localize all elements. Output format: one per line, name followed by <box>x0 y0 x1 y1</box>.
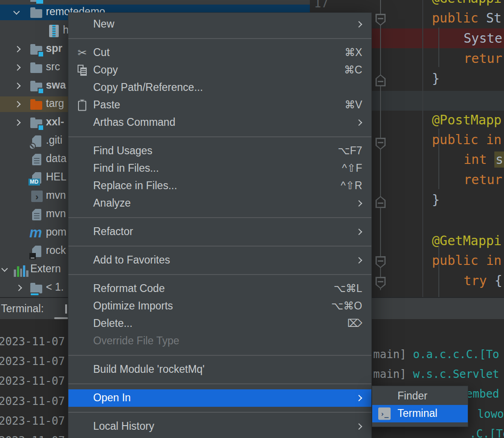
maven-file-icon: m <box>29 226 42 239</box>
tree-item-label: src <box>46 61 60 73</box>
menu-item-analyze[interactable]: Analyze <box>68 195 371 212</box>
menu-item-open-in[interactable]: Open In <box>68 389 371 407</box>
ignored-file-icon <box>32 135 41 147</box>
menu-item-cut[interactable]: ✂ Cut⌘X <box>68 44 371 62</box>
terminal-icon: ›_ <box>378 408 391 420</box>
code-line: retur <box>464 49 502 69</box>
module-file-icon <box>32 246 41 257</box>
chevron-down-icon[interactable] <box>1 265 8 272</box>
submenu-arrow-icon <box>356 257 362 264</box>
menu-separator <box>68 212 371 223</box>
code-line: public in <box>432 251 502 271</box>
submenu-arrow-icon <box>356 21 362 28</box>
submenu-arrow-icon <box>356 119 362 126</box>
chevron-right-icon[interactable] <box>14 119 21 126</box>
ide-window: remotedemo h spr src swa targ <box>0 0 504 438</box>
chevron-right-icon[interactable] <box>14 46 21 52</box>
shell-script-icon: › <box>31 191 43 202</box>
terminal-title: Terminal: <box>1 303 44 315</box>
menu-item-add-to-favorites[interactable]: Add to Favorites <box>68 252 371 269</box>
paste-icon <box>75 100 89 111</box>
terminal-tab-fragment[interactable] <box>65 304 67 314</box>
submenu-arrow-icon <box>356 200 362 207</box>
tree-item-label: .giti <box>46 134 62 146</box>
tree-item-label: xxl- <box>46 116 64 128</box>
code-line: int s <box>464 150 504 170</box>
menu-item-paste[interactable]: Paste⌘V <box>68 96 371 114</box>
fold-marker-icon[interactable] <box>375 277 386 289</box>
fold-marker-icon[interactable] <box>375 256 386 268</box>
jdk-folder-icon <box>30 285 42 293</box>
menu-item-override-file-type: Override File Type <box>68 332 371 350</box>
chevron-right-icon[interactable] <box>14 83 21 89</box>
gutter-separator <box>422 0 423 297</box>
code-line: } <box>432 190 440 210</box>
code-line: try { <box>464 271 502 291</box>
menu-item-arthas-command[interactable]: Arthas Command <box>68 114 371 131</box>
external-libraries-icon <box>14 264 28 277</box>
tree-item-label: pom <box>46 226 67 238</box>
identifier-highlight: s <box>494 152 504 168</box>
folder-icon <box>30 64 42 73</box>
tree-item-label: data <box>46 152 67 165</box>
menu-item-copy-path[interactable]: Copy Path/Reference... <box>68 79 371 96</box>
source-folder-icon <box>30 83 42 91</box>
menu-separator <box>68 350 371 361</box>
code-line: public in <box>432 130 502 150</box>
submenu-item-finder[interactable]: Finder <box>372 387 468 405</box>
code-line: @GetMappi <box>432 0 502 9</box>
menu-item-local-history[interactable]: Local History <box>68 418 371 435</box>
menu-item-find-in-files[interactable]: Find in Files...^⇧F <box>68 160 371 177</box>
code-line: } <box>432 69 440 89</box>
code-line: public St <box>432 8 502 28</box>
tree-item-label: Extern <box>30 263 61 275</box>
menu-item-replace-in-files[interactable]: Replace in Files...^⇧R <box>68 177 371 195</box>
line-number: 17 <box>314 0 328 10</box>
menu-item-new[interactable]: New <box>68 16 371 33</box>
tree-item-label: mvn <box>46 208 66 220</box>
open-in-submenu: Finder ›_ Terminal <box>372 386 468 427</box>
tree-item-label: HEL <box>46 171 67 183</box>
tree-item-label: < 1. <box>46 281 64 293</box>
chevron-right-icon[interactable] <box>14 64 21 71</box>
fold-marker-icon[interactable] <box>375 196 386 208</box>
excluded-folder-icon <box>30 101 42 110</box>
menu-separator <box>68 269 371 280</box>
tree-item-label: targ <box>46 97 64 110</box>
chevron-right-icon[interactable] <box>16 285 22 291</box>
code-line: retur <box>464 170 502 190</box>
menu-item-copy[interactable]: Copy⌘C <box>68 62 371 79</box>
fold-marker-icon[interactable] <box>375 138 386 150</box>
submenu-arrow-icon <box>356 229 362 235</box>
folder-icon <box>30 9 42 18</box>
menu-separator <box>68 378 371 389</box>
zip-archive-icon <box>49 25 59 37</box>
indent-guide <box>438 28 439 67</box>
partial-source-folder-icon <box>36 0 43 4</box>
menu-item-build-module[interactable]: Build Module 'rocketMq' <box>68 361 371 378</box>
menu-item-find-usages[interactable]: Find Usages⌥F7 <box>68 142 371 160</box>
code-line: Syste <box>464 28 502 49</box>
menu-item-delete[interactable]: Delete...⌦ <box>68 315 371 332</box>
chevron-right-icon[interactable] <box>14 101 21 107</box>
fold-marker-icon[interactable] <box>375 74 386 86</box>
tree-item-label: rock <box>46 244 66 257</box>
code-line: @PostMapp <box>432 110 502 130</box>
menu-item-reformat-code[interactable]: Reformat Code⌥⌘L <box>68 280 371 298</box>
fold-marker-icon[interactable] <box>375 14 386 26</box>
tree-item-label: swa <box>46 79 66 91</box>
menu-item-optimize-imports[interactable]: Optimize Imports⌥⌘O <box>68 298 371 315</box>
text-file-icon <box>32 154 41 165</box>
menu-separator <box>68 241 371 252</box>
submenu-item-terminal[interactable]: ›_ Terminal <box>372 405 468 422</box>
copy-icon <box>75 65 89 76</box>
context-menu: New ✂ Cut⌘X Copy⌘C Copy Path/Reference..… <box>68 12 372 438</box>
source-folder-icon <box>30 119 42 128</box>
menu-separator <box>68 407 371 418</box>
chevron-down-icon[interactable] <box>13 8 20 15</box>
submenu-arrow-icon <box>356 423 362 430</box>
cut-icon: ✂ <box>75 47 89 58</box>
source-folder-icon <box>30 46 42 55</box>
submenu-arrow-icon <box>356 395 362 401</box>
menu-item-refactor[interactable]: Refactor <box>68 223 371 241</box>
